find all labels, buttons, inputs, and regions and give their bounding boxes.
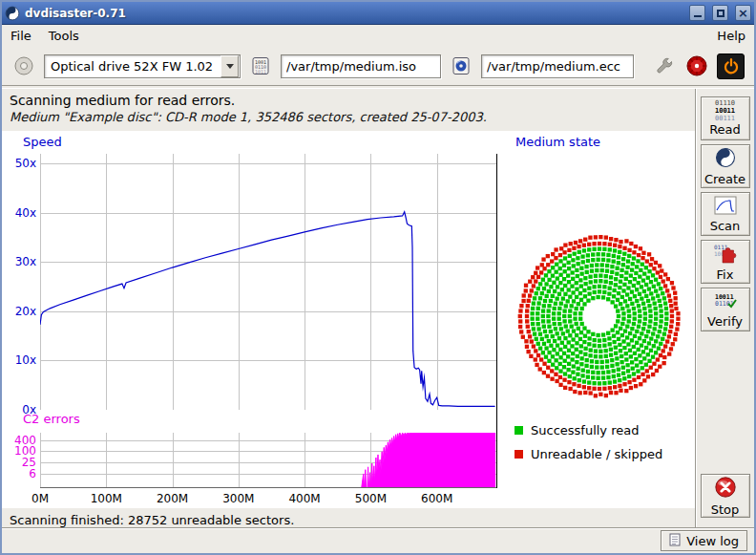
legend-ok-label: Successfully read [531, 423, 639, 438]
x-axis-tick: 200M [157, 492, 188, 505]
close-icon: × [738, 7, 748, 19]
menu-tools[interactable]: Tools [49, 29, 79, 43]
speed-ytick: 10x [6, 353, 36, 367]
scan-button[interactable]: Scan [701, 192, 750, 236]
stop-label: Stop [711, 503, 740, 517]
yin-yang-icon [715, 147, 736, 172]
menubar: File Tools Help [2, 25, 754, 47]
main-content: Scanning medium for read errors. Medium … [2, 89, 695, 527]
read-label: Read [709, 123, 741, 137]
chart-panel: Speed C2 errors Medium state Successfull… [2, 131, 695, 508]
scan-label: Scan [710, 220, 741, 233]
chart-right-axis [496, 154, 497, 488]
legend-red-swatch [514, 450, 523, 459]
window-title: dvdisaster-0.71 [25, 7, 682, 20]
ecc-file-icon[interactable] [449, 53, 473, 78]
c2-ytick: 400 [6, 434, 36, 447]
log-icon [669, 533, 681, 549]
drive-selector-value: Optical drive 52X FW 1.02 [45, 59, 220, 74]
toolbar: Optical drive 52X FW 1.02 1001 0110 1011 [2, 47, 754, 85]
x-axis-tick: 600M [421, 492, 452, 505]
quit-power-button[interactable] [717, 53, 745, 79]
menu-help[interactable]: Help [717, 29, 746, 43]
stop-x-icon [714, 476, 737, 502]
legend-unreadable: Unreadable / skipped [514, 447, 662, 461]
image-file-icon[interactable]: 1001 0110 1011 [248, 53, 273, 78]
x-axis-tick: 0M [32, 492, 49, 505]
minimize-button[interactable] [689, 5, 705, 21]
view-log-label: View log [686, 534, 739, 548]
speed-ytick: 30x [6, 255, 36, 268]
chevron-down-icon[interactable] [220, 55, 239, 77]
speed-ytick: 50x [6, 157, 36, 170]
medium-info: Medium "Example disc": CD-R mode 1, 3524… [10, 110, 687, 124]
create-button[interactable]: Create [701, 144, 750, 188]
dvdisaster-logo-icon[interactable] [684, 53, 709, 78]
action-sidebar: 01110 10011 00111 Read Create [695, 89, 754, 527]
maximize-icon [717, 10, 724, 17]
image-file-input[interactable] [281, 54, 441, 78]
x-axis-tick: 100M [91, 492, 122, 505]
medium-state-disc [514, 230, 685, 402]
maximize-button[interactable] [712, 5, 728, 21]
legend-successfully-read: Successfully read [514, 423, 639, 438]
menu-file[interactable]: File [10, 29, 32, 43]
legend-bad-label: Unreadable / skipped [531, 447, 662, 461]
svg-text:1011: 1011 [255, 69, 266, 75]
verify-binary-icon: 10011 01101 [713, 291, 738, 314]
x-axis-tick: 500M [355, 492, 387, 505]
speed-ytick: 40x [6, 206, 36, 220]
speed-chart [40, 154, 496, 410]
c2-ytick: 6 [6, 467, 36, 480]
app-icon [5, 6, 20, 21]
bottom-bar: View log [2, 527, 754, 553]
binary-line: 00111 [715, 116, 735, 123]
puzzle-piece-icon: 0111 1001 [713, 243, 738, 267]
close-button[interactable]: × [735, 5, 751, 21]
stop-button[interactable]: Stop [701, 474, 750, 518]
main-area: Scanning medium for read errors. Medium … [2, 89, 754, 527]
verify-label: Verify [707, 315, 743, 329]
x-axis-tick: 400M [288, 492, 320, 505]
legend-green-swatch [514, 426, 523, 435]
titlebar: dvdisaster-0.71 × [2, 2, 754, 25]
scan-chart-icon [714, 196, 737, 219]
drive-icon[interactable] [11, 53, 36, 78]
ecc-file-input[interactable] [481, 54, 634, 78]
fix-label: Fix [717, 268, 734, 282]
preferences-wrench-icon[interactable] [652, 53, 677, 78]
status-lines: Scanning medium for read errors. Medium … [2, 89, 695, 124]
x-axis-tick: 300M [222, 492, 254, 505]
speed-ytick: 20x [6, 305, 36, 318]
scan-result-status: Scanning finished: 28752 unreadable sect… [10, 513, 294, 527]
medium-state-title: Medium state [515, 135, 600, 149]
verify-button[interactable]: 10011 01101 Verify [701, 288, 750, 331]
c2-errors-chart [40, 433, 496, 488]
drive-selector[interactable]: Optical drive 52X FW 1.02 [44, 54, 241, 78]
minimize-icon [694, 15, 702, 17]
read-binary-icon: 01110 10011 00111 [715, 100, 735, 122]
fix-button[interactable]: 0111 1001 Fix [701, 240, 750, 284]
view-log-button[interactable]: View log [661, 530, 747, 551]
read-button[interactable]: 01110 10011 00111 Read [701, 96, 750, 140]
speed-chart-title: Speed [23, 135, 62, 149]
speed-ytick: 0x [6, 403, 36, 416]
app-window: dvdisaster-0.71 × File Tools Help Optica… [0, 0, 756, 555]
create-label: Create [704, 173, 746, 186]
status-message: Scanning medium for read errors. [10, 93, 687, 108]
